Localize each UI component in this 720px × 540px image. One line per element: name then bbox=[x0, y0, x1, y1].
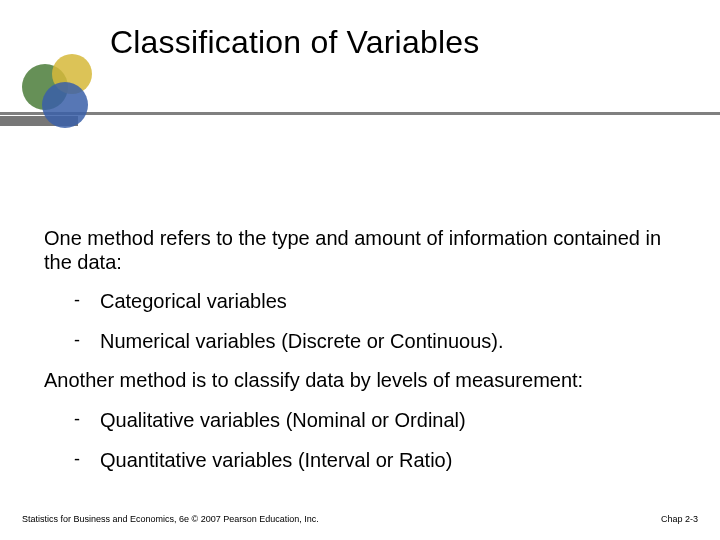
slide: Classification of Variables One method r… bbox=[0, 0, 720, 540]
footer: Statistics for Business and Economics, 6… bbox=[22, 514, 698, 524]
footer-right: Chap 2-3 bbox=[661, 514, 698, 524]
paragraph-second: Another method is to classify data by le… bbox=[44, 369, 676, 393]
bullet-quantitative: Quantitative variables (Interval or Rati… bbox=[70, 449, 676, 473]
paragraph-intro: One method refers to the type and amount… bbox=[44, 227, 676, 274]
bullet-list-2: Qualitative variables (Nominal or Ordina… bbox=[70, 409, 676, 472]
footer-left: Statistics for Business and Economics, 6… bbox=[22, 514, 319, 524]
bullet-categorical: Categorical variables bbox=[70, 290, 676, 314]
bullet-numerical: Numerical variables (Discrete or Continu… bbox=[70, 330, 676, 354]
intro-line: One method refers to the type and amount… bbox=[44, 227, 661, 273]
bullet-list-1: Categorical variables Numerical variable… bbox=[70, 290, 676, 353]
bullet-qualitative: Qualitative variables (Nominal or Ordina… bbox=[70, 409, 676, 433]
slide-title: Classification of Variables bbox=[110, 24, 680, 61]
logo-circles-icon bbox=[22, 54, 110, 142]
